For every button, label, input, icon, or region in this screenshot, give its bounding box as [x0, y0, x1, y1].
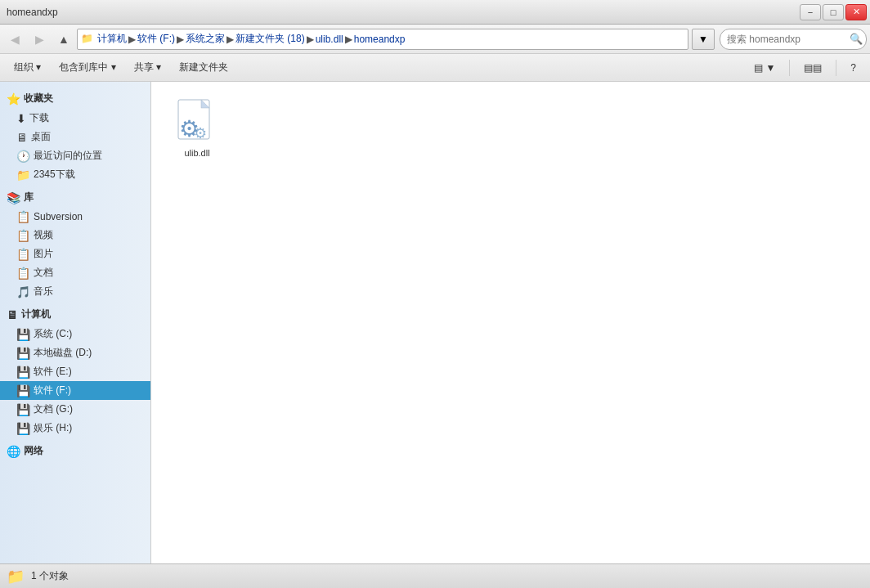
sidebar-item-recent[interactable]: 🕐 最近访问的位置 [0, 146, 150, 165]
svg-text:⚙: ⚙ [194, 125, 207, 141]
nav-bar: ◀ ▶ ▲ 📁 计算机 ▶ 软件 (F:) ▶ 系统之家 ▶ 新建文件夹 (18… [0, 25, 870, 54]
sidebar-favorites-header[interactable]: ⭐ 收藏夹 [0, 88, 150, 109]
organize-button[interactable]: 组织 ▾ [7, 57, 48, 79]
subversion-icon: 📋 [16, 210, 30, 223]
sidebar-item-c[interactable]: 💾 系统 (C:) [0, 325, 150, 343]
docs-icon: 📋 [16, 267, 30, 280]
recent-label: 最近访问的位置 [34, 149, 102, 163]
content-area: ⚙ ⚙ ulib.dll [151, 82, 870, 563]
window-title: homeandxp [7, 7, 58, 18]
include-library-button[interactable]: 包含到库中 ▾ [52, 57, 123, 79]
sidebar-section-favorites: ⭐ 收藏夹 ⬇ 下载 🖥 桌面 🕐 最近访问的位置 📁 2345下载 [0, 88, 150, 184]
search-icon[interactable]: 🔍 [850, 33, 863, 45]
file-item-ulib[interactable]: ⚙ ⚙ ulib.dll [164, 95, 230, 162]
sidebar-item-g[interactable]: 💾 文档 (G:) [0, 400, 150, 419]
file-icon-ulib: ⚙ ⚙ [174, 99, 220, 145]
sidebar-item-desktop[interactable]: 🖥 桌面 [0, 128, 150, 146]
sidebar-item-pictures[interactable]: 📋 图片 [0, 245, 150, 263]
address-bar[interactable]: 📁 计算机 ▶ 软件 (F:) ▶ 系统之家 ▶ 新建文件夹 (18) ▶ ul… [77, 29, 688, 50]
breadcrumb-folder2[interactable]: 新建文件夹 (18) [235, 32, 305, 46]
breadcrumb-computer[interactable]: 计算机 [97, 32, 127, 46]
address-folder-icon: 📁 [81, 33, 94, 46]
sidebar-section-computer: 🖥 计算机 💾 系统 (C:) 💾 本地磁盘 (D:) 💾 软件 (E:) 💾 … [0, 304, 150, 438]
drive-g-label: 文档 (G:) [34, 402, 73, 416]
sidebar-library-header[interactable]: 📚 库 [0, 187, 150, 208]
library-icon: 📚 [7, 191, 20, 204]
desktop-icon: 🖥 [16, 131, 28, 144]
video-label: 视频 [34, 228, 53, 242]
drive-h-icon: 💾 [16, 422, 30, 435]
sidebar-section-network: 🌐 网络 [0, 441, 150, 461]
downloads-icon: ⬇ [16, 112, 26, 125]
sidebar-item-f[interactable]: 💾 软件 (F:) [0, 381, 150, 400]
breadcrumb-current[interactable]: homeandxp [354, 34, 406, 45]
up-button[interactable]: ▲ [52, 29, 75, 50]
sidebar-item-e[interactable]: 💾 软件 (E:) [0, 362, 150, 381]
network-label: 网络 [24, 444, 43, 458]
drive-f-icon: 💾 [16, 384, 30, 397]
sidebar-computer-header[interactable]: 🖥 计算机 [0, 304, 150, 325]
music-label: 音乐 [34, 285, 53, 298]
sidebar-item-subversion[interactable]: 📋 Subversion [0, 208, 150, 226]
new-folder-button[interactable]: 新建文件夹 [172, 57, 235, 79]
sidebar-item-downloads[interactable]: ⬇ 下载 [0, 109, 150, 128]
minimize-button[interactable]: − [800, 4, 821, 20]
maximize-button[interactable]: □ [823, 4, 844, 20]
sidebar: ⭐ 收藏夹 ⬇ 下载 🖥 桌面 🕐 最近访问的位置 📁 2345下载 [0, 82, 151, 563]
dll-file-svg: ⚙ ⚙ [174, 99, 220, 145]
sidebar-item-music[interactable]: 🎵 音乐 [0, 282, 150, 301]
sidebar-item-2345[interactable]: 📁 2345下载 [0, 165, 150, 184]
2345-icon: 📁 [16, 168, 30, 182]
network-icon: 🌐 [7, 445, 20, 458]
view-toggle-button[interactable]: ▤ ▼ [747, 57, 783, 79]
search-box: 🔍 [720, 29, 867, 50]
file-label-ulib: ulib.dll [184, 148, 209, 158]
pictures-icon: 📋 [16, 248, 30, 261]
title-bar: homeandxp − □ ✕ [0, 0, 870, 25]
sidebar-item-d[interactable]: 💾 本地磁盘 (D:) [0, 343, 150, 362]
sidebar-item-h[interactable]: 💾 娱乐 (H:) [0, 419, 150, 438]
view-icon-grid: ▤ [754, 62, 763, 74]
view-detail-button[interactable]: ▤▤ [796, 57, 829, 79]
drive-e-icon: 💾 [16, 366, 30, 379]
view-dropdown-icon: ▼ [765, 62, 775, 74]
drive-g-icon: 💾 [16, 403, 30, 416]
status-bar-icon: 📁 [7, 568, 25, 586]
help-button[interactable]: ? [843, 57, 863, 79]
toolbar-separator [789, 60, 790, 76]
video-icon: 📋 [16, 229, 30, 242]
window-controls: − □ ✕ [800, 4, 867, 20]
breadcrumb-drive[interactable]: 软件 (F:) [137, 32, 175, 46]
breadcrumb-folder3[interactable]: ulib.dll [316, 34, 343, 45]
status-bar: 📁 1 个对象 [0, 563, 870, 588]
pictures-label: 图片 [34, 247, 53, 261]
favorites-label: 收藏夹 [24, 92, 53, 105]
desktop-label: 桌面 [31, 130, 51, 144]
music-icon: 🎵 [16, 285, 30, 298]
sidebar-network-header[interactable]: 🌐 网络 [0, 441, 150, 461]
docs-label: 文档 [34, 266, 53, 280]
toolbar: 组织 ▾ 包含到库中 ▾ 共享 ▾ 新建文件夹 ▤ ▼ ▤▤ ? [0, 54, 870, 82]
drive-d-icon: 💾 [16, 347, 30, 360]
drive-e-label: 软件 (E:) [34, 365, 72, 379]
drive-f-label: 软件 (F:) [34, 384, 71, 397]
downloads-label: 下载 [29, 111, 49, 125]
breadcrumb-folder1[interactable]: 系统之家 [186, 32, 225, 46]
drive-c-label: 系统 (C:) [34, 327, 72, 341]
back-button[interactable]: ◀ [3, 29, 26, 50]
favorites-icon: ⭐ [7, 92, 20, 105]
computer-icon: 🖥 [7, 308, 18, 321]
drive-h-label: 娱乐 (H:) [34, 421, 72, 435]
computer-label: 计算机 [21, 307, 51, 321]
toolbar-separator2 [836, 60, 836, 76]
address-dropdown-button[interactable]: ▼ [692, 29, 715, 50]
subversion-label: Subversion [34, 211, 83, 222]
share-button[interactable]: 共享 ▾ [127, 57, 168, 79]
sidebar-item-video[interactable]: 📋 视频 [0, 226, 150, 245]
forward-button[interactable]: ▶ [28, 29, 51, 50]
search-input[interactable] [727, 34, 850, 45]
drive-c-icon: 💾 [16, 328, 30, 341]
sidebar-item-docs[interactable]: 📋 文档 [0, 263, 150, 282]
drive-d-label: 本地磁盘 (D:) [34, 346, 92, 360]
close-button[interactable]: ✕ [845, 4, 867, 20]
